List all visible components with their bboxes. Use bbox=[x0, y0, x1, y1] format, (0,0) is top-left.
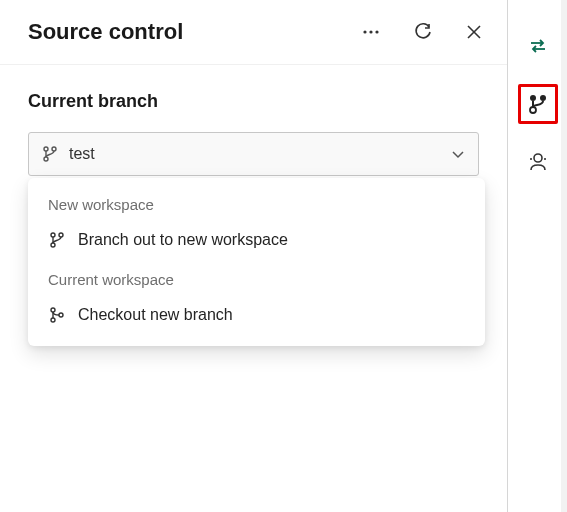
svg-point-17 bbox=[534, 154, 542, 162]
panel-content: Current branch test New workspace bbox=[0, 65, 507, 176]
svg-point-16 bbox=[530, 107, 536, 113]
svg-point-11 bbox=[51, 308, 55, 312]
close-icon bbox=[465, 23, 483, 41]
rail-swap-button[interactable] bbox=[518, 26, 558, 66]
branch-dropdown: test New workspace Branch out to new wor… bbox=[28, 132, 479, 176]
header-actions bbox=[357, 18, 487, 46]
branch-dropdown-value: test bbox=[69, 145, 440, 163]
swap-arrows-icon bbox=[527, 35, 549, 57]
svg-point-14 bbox=[530, 95, 536, 101]
svg-point-7 bbox=[52, 147, 56, 151]
svg-point-6 bbox=[44, 157, 48, 161]
svg-point-1 bbox=[369, 30, 372, 33]
branch-dropdown-trigger[interactable]: test bbox=[28, 132, 479, 176]
checkout-new-branch-item[interactable]: Checkout new branch bbox=[28, 298, 485, 332]
panel-header: Source control bbox=[0, 0, 507, 65]
rail-source-control-button[interactable] bbox=[518, 84, 558, 124]
branch-icon bbox=[48, 231, 66, 249]
branch-filled-icon bbox=[527, 93, 549, 115]
rail-contact-button[interactable] bbox=[518, 142, 558, 182]
menu-group-current-workspace: Current workspace bbox=[28, 257, 485, 298]
branch-out-new-workspace-item[interactable]: Branch out to new workspace bbox=[28, 223, 485, 257]
refresh-icon bbox=[413, 22, 433, 42]
refresh-button[interactable] bbox=[409, 18, 437, 46]
source-control-panel: Source control Current branch bbox=[0, 0, 507, 512]
svg-point-2 bbox=[375, 30, 378, 33]
close-button[interactable] bbox=[461, 19, 487, 45]
svg-point-0 bbox=[363, 30, 366, 33]
svg-point-9 bbox=[51, 243, 55, 247]
svg-point-10 bbox=[59, 233, 63, 237]
menu-item-label: Branch out to new workspace bbox=[78, 231, 288, 249]
svg-point-15 bbox=[540, 95, 546, 101]
more-horizontal-icon bbox=[361, 22, 381, 42]
branch-icon bbox=[41, 145, 59, 163]
svg-point-8 bbox=[51, 233, 55, 237]
current-branch-label: Current branch bbox=[28, 91, 479, 112]
more-options-button[interactable] bbox=[357, 18, 385, 46]
svg-point-12 bbox=[51, 318, 55, 322]
chevron-down-icon bbox=[450, 146, 466, 162]
branch-merge-icon bbox=[48, 306, 66, 324]
panel-title: Source control bbox=[28, 19, 357, 45]
right-rail bbox=[507, 0, 567, 512]
svg-point-5 bbox=[44, 147, 48, 151]
svg-point-13 bbox=[59, 313, 63, 317]
menu-group-new-workspace: New workspace bbox=[28, 190, 485, 223]
person-headset-icon bbox=[527, 151, 549, 173]
branch-dropdown-menu: New workspace Branch out to new workspac… bbox=[28, 178, 485, 346]
menu-item-label: Checkout new branch bbox=[78, 306, 233, 324]
